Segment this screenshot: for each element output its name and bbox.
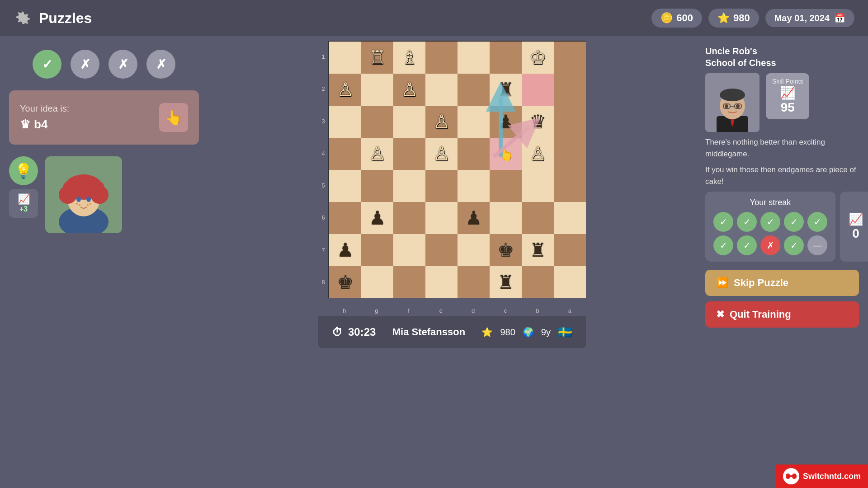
- row-2: 2: [318, 73, 328, 105]
- player-avatar: [45, 156, 122, 233]
- svg-point-29: [725, 104, 728, 108]
- timer-section: ⏱ 30:23: [332, 326, 376, 338]
- bottom-bar: ⏱ 30:23 Mia Stefansson ⭐ 980 🌍 9y 🇸🇪: [318, 316, 586, 348]
- cell-c3[interactable]: ♟: [490, 106, 522, 138]
- cell-b8[interactable]: [522, 266, 554, 298]
- player-stars: 980: [500, 327, 515, 338]
- svg-point-10: [76, 197, 81, 202]
- cell-c5[interactable]: [490, 170, 522, 202]
- skill-boost-button[interactable]: 📈 +3: [9, 189, 38, 218]
- cell-f1[interactable]: ♗: [393, 42, 425, 74]
- cell-a7[interactable]: [554, 234, 586, 266]
- cell-e6[interactable]: [425, 202, 458, 234]
- col-d: d: [457, 307, 489, 316]
- cell-c1[interactable]: [490, 42, 522, 74]
- cell-d3[interactable]: [458, 106, 490, 138]
- cell-b1[interactable]: ♔: [522, 42, 554, 74]
- stars-icon-player: ⭐: [481, 327, 493, 338]
- cell-g8[interactable]: [361, 266, 393, 298]
- cell-a5[interactable]: [554, 170, 586, 202]
- instructor-desc2: If you win those then endgames are piece…: [705, 164, 859, 187]
- date-value: May 01, 2024: [774, 13, 830, 23]
- svg-point-7: [63, 181, 77, 195]
- attempt-2: ✗: [71, 50, 99, 79]
- quit-training-button[interactable]: ✖ Quit Training: [705, 301, 859, 328]
- cell-a6[interactable]: [554, 202, 586, 234]
- cell-c8[interactable]: ♜: [490, 266, 522, 298]
- cell-h1[interactable]: [329, 42, 361, 74]
- cell-d6[interactable]: ♟: [458, 202, 490, 234]
- cell-d1[interactable]: [458, 42, 490, 74]
- cell-g3[interactable]: [361, 106, 393, 138]
- cell-f2[interactable]: ♙: [393, 74, 425, 106]
- left-panel: ✓ ✗ ✗ ✗ Your idea is: ♛ b4 👆 💡 📈 +3: [0, 36, 208, 488]
- cell-g7[interactable]: [361, 234, 393, 266]
- cell-f6[interactable]: [393, 202, 425, 234]
- cell-a3[interactable]: [554, 106, 586, 138]
- cell-f5[interactable]: [393, 170, 425, 202]
- cell-g4[interactable]: ♙: [361, 138, 393, 170]
- skill-points-box: Skill Points 📈 95: [766, 73, 809, 119]
- streak-row-2: ✓ ✓ ✗ ✓ —: [713, 235, 827, 255]
- confirm-move-button[interactable]: 👆: [159, 103, 188, 132]
- cell-f7[interactable]: [393, 234, 425, 266]
- cell-d7[interactable]: [458, 234, 490, 266]
- cell-d8[interactable]: [458, 266, 490, 298]
- cell-e3[interactable]: ♙: [425, 106, 458, 138]
- svg-point-13: [79, 204, 80, 206]
- cell-c2[interactable]: ♜: [490, 74, 522, 106]
- gear-icon[interactable]: [14, 9, 33, 28]
- cell-g2[interactable]: [361, 74, 393, 106]
- cell-b6[interactable]: [522, 202, 554, 234]
- cell-b5[interactable]: [522, 170, 554, 202]
- cell-a8[interactable]: [554, 266, 586, 298]
- header: Puzzles 🪙 600 ⭐ 980 May 01, 2024 📅: [0, 0, 868, 36]
- cell-g1[interactable]: ♖: [361, 42, 393, 74]
- cell-h8[interactable]: ♚: [329, 266, 361, 298]
- cell-h3[interactable]: [329, 106, 361, 138]
- cell-f4[interactable]: [393, 138, 425, 170]
- instructor-section: Skill Points 📈 95: [705, 73, 859, 132]
- cell-d2[interactable]: [458, 74, 490, 106]
- cell-e5[interactable]: [425, 170, 458, 202]
- cell-h2[interactable]: ♙: [329, 74, 361, 106]
- col-e: e: [425, 307, 457, 316]
- streak-circle-6: ✓: [713, 235, 733, 255]
- cell-e1[interactable]: [425, 42, 458, 74]
- skip-label: Skip Puzzle: [734, 277, 788, 289]
- attempt-indicators: ✓ ✗ ✗ ✗: [9, 45, 199, 83]
- cell-h7[interactable]: ♟: [329, 234, 361, 266]
- flag-icon: 🇸🇪: [558, 325, 572, 339]
- cell-g5[interactable]: [361, 170, 393, 202]
- cell-d5[interactable]: [458, 170, 490, 202]
- cell-c4[interactable]: 👆: [490, 138, 522, 170]
- cell-g6[interactable]: ♟: [361, 202, 393, 234]
- cell-h5[interactable]: [329, 170, 361, 202]
- stars-pill: ⭐ 980: [708, 9, 759, 28]
- cell-h4[interactable]: [329, 138, 361, 170]
- player-section: 💡 📈 +3: [9, 156, 199, 233]
- cell-e2[interactable]: [425, 74, 458, 106]
- cell-e4[interactable]: ♙: [425, 138, 458, 170]
- cell-h6[interactable]: [329, 202, 361, 234]
- streak-circle-8: ✗: [760, 235, 780, 255]
- cell-f3[interactable]: [393, 106, 425, 138]
- chess-board[interactable]: ♖ ♗ ♔ ♙ ♙ ♜: [328, 41, 586, 298]
- skip-puzzle-button[interactable]: ⏩ Skip Puzzle: [705, 270, 859, 296]
- cell-c6[interactable]: [490, 202, 522, 234]
- col-labels: h g f e d c b a: [328, 307, 586, 316]
- cell-e8[interactable]: [425, 266, 458, 298]
- hint-button[interactable]: 💡: [9, 156, 38, 185]
- cell-b4[interactable]: ♙: [522, 138, 554, 170]
- cell-f8[interactable]: [393, 266, 425, 298]
- cell-a4[interactable]: [554, 138, 586, 170]
- cell-b3[interactable]: ♛: [522, 106, 554, 138]
- cell-b2[interactable]: [522, 74, 554, 106]
- cell-e7[interactable]: [425, 234, 458, 266]
- cell-a2[interactable]: [554, 74, 586, 106]
- cell-d4[interactable]: [458, 138, 490, 170]
- row-5: 5: [318, 169, 328, 202]
- cell-a1[interactable]: [554, 42, 586, 74]
- cell-b7[interactable]: ♜: [522, 234, 554, 266]
- cell-c7[interactable]: ♚: [490, 234, 522, 266]
